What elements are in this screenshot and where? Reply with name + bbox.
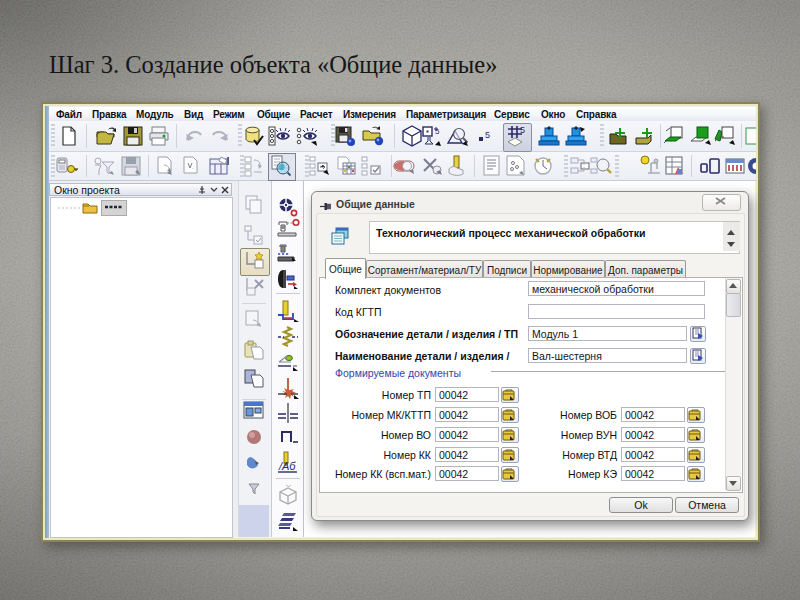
svg-text:5: 5 (520, 125, 525, 135)
svg-text:5: 5 (485, 130, 490, 140)
svg-text:/Аб: /Аб (278, 460, 296, 472)
svg-text:5: 5 (435, 127, 440, 136)
